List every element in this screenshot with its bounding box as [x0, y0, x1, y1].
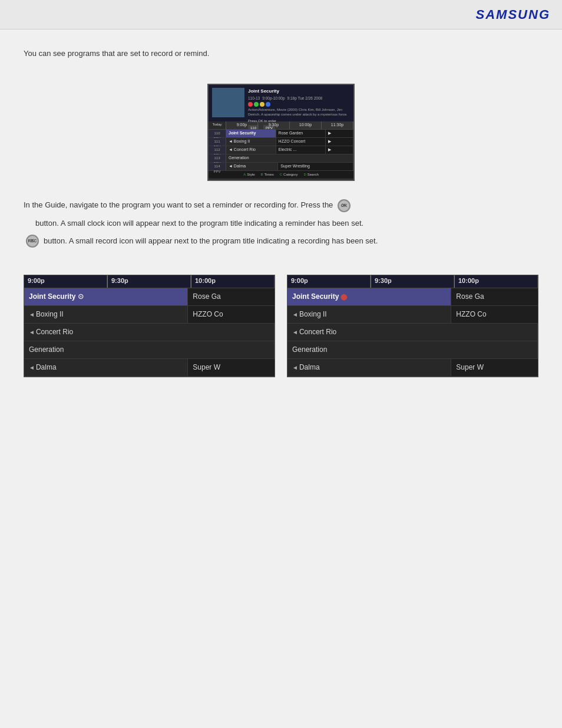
panels-section: 9:00p 9:30p 10:00p Joint Security Rose G…	[24, 275, 538, 377]
program-concert-rio-small[interactable]: ◄ Concert Rio	[226, 146, 276, 154]
left-program-hzzo-co[interactable]: HZZO Co	[188, 306, 275, 323]
program-empty-1: ▶	[326, 130, 353, 137]
right-program-concert-rio[interactable]: ◄ Concert Rio	[287, 324, 538, 341]
paragraph-2: In the Guide, navigate to the program yo…	[24, 199, 538, 212]
right-row-2: ◄ Boxing II HZZO Co	[287, 306, 538, 324]
left-time-900: 9:00p	[24, 275, 107, 288]
left-program-super-w[interactable]: Super W	[188, 359, 275, 376]
program-rose-garden[interactable]: Rose Garden	[276, 130, 326, 137]
program-dalma-small[interactable]: ◄ Dalma	[226, 163, 278, 170]
top-bar: SAMSUNG	[0, 0, 562, 29]
right-time-1000: 10:00p	[455, 275, 538, 288]
left-row-3: ◄ Concert Rio	[24, 324, 275, 341]
guide-color-indicators	[248, 102, 350, 107]
guide-date: 9:18p Tue 2/26 2008	[287, 95, 323, 101]
center-screenshot-area: Joint Security 110-13 9:00p-10:00p 9:18p…	[24, 84, 538, 181]
left-row-2: ◄ Boxing II HZZO Co	[24, 306, 275, 324]
right-program-super-w[interactable]: Super W	[451, 359, 538, 376]
program-electric[interactable]: Electric ...	[276, 146, 326, 154]
guide-channel: 110-13	[248, 95, 260, 101]
program-empty-2: ▶	[326, 138, 353, 146]
time-label-1000: 10:00p	[290, 121, 322, 129]
dot-yellow	[260, 102, 265, 107]
guide-row-1: 110PPV Joint Security Rose Garden ▶	[209, 130, 353, 138]
samsung-logo: SAMSUNG	[476, 7, 550, 22]
left-time-1000: 10:00p	[191, 275, 275, 288]
main-content: You can see programs that are set to rec…	[0, 29, 562, 395]
right-program-rose-ga[interactable]: Rose Ga	[451, 288, 538, 305]
guide-row-3: 112PPV ◄ Concert Rio Electric ... ▶	[209, 146, 353, 154]
channel-112: 112PPV	[209, 146, 226, 154]
right-row-5: ◄ Dalma Super W	[287, 359, 538, 377]
guide-info-panel: Joint Security 110-13 9:00p-10:00p 9:18p…	[209, 85, 353, 121]
dot-green	[254, 102, 259, 107]
left-program-rose-ga[interactable]: Rose Ga	[188, 288, 275, 305]
time-label-today: Today	[209, 121, 226, 129]
right-row-4: Generation	[287, 341, 538, 359]
nav-style[interactable]: AStyle	[243, 173, 254, 176]
right-program-boxing-ii[interactable]: ◄ Boxing II	[287, 306, 451, 323]
channel-110: 110PPV	[209, 130, 226, 137]
right-time-900: 9:00p	[287, 275, 371, 288]
guide-description: Action/Adventure, Movie (2000) Chris Kim…	[248, 108, 350, 117]
dot-red	[248, 102, 253, 107]
guide-title: Joint Security	[248, 88, 350, 94]
left-panel-container: 9:00p 9:30p 10:00p Joint Security Rose G…	[24, 275, 275, 377]
right-panel-container: 9:00p 9:30p 10:00p Joint Security ⬤ Rose…	[287, 275, 538, 377]
paragraph-3: button. A small clock icon will appear n…	[24, 217, 538, 230]
clock-icon	[75, 292, 84, 301]
program-hzzo-concert[interactable]: HZZO Concert	[276, 138, 326, 146]
time-label-930: 9:30p	[258, 121, 290, 129]
time-label-900: 9:00p	[226, 121, 258, 129]
right-row-1: Joint Security ⬤ Rose Ga	[287, 288, 538, 306]
left-row-4: Generation	[24, 341, 275, 359]
right-time-930: 9:30p	[371, 275, 454, 288]
nav-times[interactable]: BTimes	[261, 173, 274, 176]
time-label-1130: 11:30p	[322, 121, 353, 129]
circle-icon-1: OK	[338, 199, 351, 212]
left-program-generation[interactable]: Generation	[24, 341, 275, 358]
program-joint-security[interactable]: Joint Security	[226, 130, 276, 137]
guide-row-5: 114PPV ◄ Dalma Super Wrestling	[209, 163, 353, 171]
program-empty-3: ▶	[326, 146, 353, 154]
paragraph-4-row: REC button. A small record icon will app…	[24, 235, 538, 248]
left-program-boxing-ii[interactable]: ◄ Boxing II	[24, 306, 188, 323]
right-guide-panel: 9:00p 9:30p 10:00p Joint Security ⬤ Rose…	[287, 275, 538, 377]
left-row-1: Joint Security Rose Ga	[24, 288, 275, 306]
right-panel-time-header: 9:00p 9:30p 10:00p	[287, 275, 538, 288]
guide-grid: Today 9:00p 9:30p 10:00p 11:30p 110PPV J…	[209, 121, 353, 178]
guide-row-2: 111PPV ◄ Boxing II HZZO Concert ▶	[209, 138, 353, 146]
guide-info-text: Joint Security 110-13 9:00p-10:00p 9:18p…	[248, 88, 350, 118]
program-super-wrestling-small[interactable]: Super Wrestling	[278, 163, 353, 170]
circle-icon-2: REC	[26, 235, 39, 248]
left-row-5: ◄ Dalma Super W	[24, 359, 275, 377]
right-program-joint-security[interactable]: Joint Security ⬤	[287, 288, 451, 305]
left-time-930: 9:30p	[108, 275, 191, 288]
guide-row-4: 113PPV Generation	[209, 154, 353, 163]
nav-category[interactable]: CCategory	[280, 173, 298, 176]
channel-113: 113PPV	[209, 154, 226, 162]
right-program-hzzo-co[interactable]: HZZO Co	[451, 306, 538, 323]
left-program-joint-security[interactable]: Joint Security	[24, 288, 188, 305]
right-program-dalma[interactable]: ◄ Dalma	[287, 359, 451, 376]
guide-time-display: 9:00p-10:00p	[262, 95, 285, 101]
left-guide-panel: 9:00p 9:30p 10:00p Joint Security Rose G…	[24, 275, 275, 377]
dot-blue	[266, 102, 270, 107]
channel-111: 111PPV	[209, 138, 226, 146]
paragraph-1: You can see programs that are set to rec…	[24, 47, 538, 60]
guide-time-header: Today 9:00p 9:30p 10:00p 11:30p	[209, 121, 353, 130]
program-boxing-ii[interactable]: ◄ Boxing II	[226, 138, 276, 146]
record-icon: ⬤	[340, 294, 347, 300]
guide-thumbnail	[212, 88, 244, 117]
right-program-generation[interactable]: Generation	[287, 341, 538, 358]
program-generation-small[interactable]: Generation	[226, 154, 353, 162]
tv-guide-screenshot: Joint Security 110-13 9:00p-10:00p 9:18p…	[207, 84, 355, 181]
guide-bottom-nav: AStyle BTimes CCategory DSearch	[209, 171, 353, 178]
right-row-3: ◄ Concert Rio	[287, 324, 538, 341]
left-program-dalma[interactable]: ◄ Dalma	[24, 359, 188, 376]
left-program-concert-rio[interactable]: ◄ Concert Rio	[24, 324, 275, 341]
left-panel-time-header: 9:00p 9:30p 10:00p	[24, 275, 275, 288]
channel-114: 114PPV	[209, 163, 226, 170]
nav-search[interactable]: DSearch	[303, 173, 318, 176]
